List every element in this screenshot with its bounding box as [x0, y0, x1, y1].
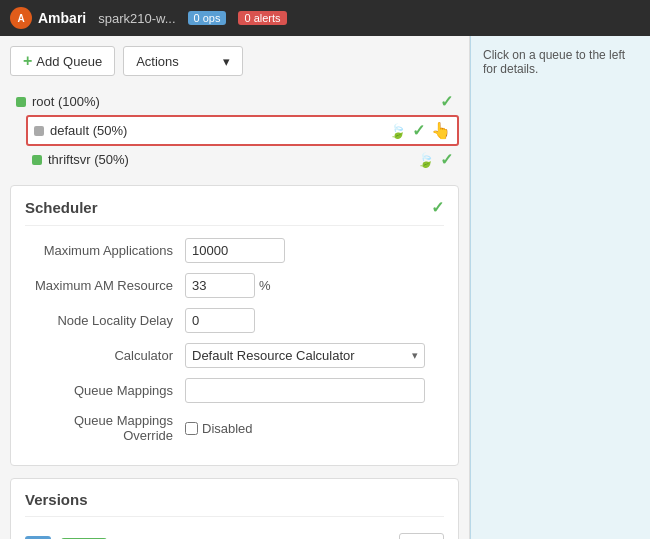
queue-dot-thriftsvr [32, 155, 42, 165]
cursor-icon-default: 👆 [431, 121, 451, 140]
check-icon-root: ✓ [440, 92, 453, 111]
right-panel-text: Click on a queue to the left for details… [483, 48, 625, 76]
queue-item-root[interactable]: root (100%) ✓ [10, 88, 459, 115]
node-locality-delay-label: Node Locality Delay [25, 313, 185, 328]
queue-dot-default [34, 126, 44, 136]
queue-mappings-label: Queue Mappings [25, 383, 185, 398]
queue-name-thriftsvr: thriftsvr (50%) [48, 152, 411, 167]
queue-mappings-override-label: Queue Mappings Override [25, 413, 185, 443]
scheduler-check-icon: ✓ [431, 198, 444, 217]
versions-section: Versions v2 Current TOPOLOGY_RESOLVED lo… [10, 478, 459, 539]
max-applications-row: Maximum Applications [25, 238, 444, 263]
calculator-select[interactable]: Default Resource Calculator Dominant Res… [186, 344, 406, 367]
queue-icons-root: ✓ [440, 92, 453, 111]
node-locality-delay-input[interactable] [185, 308, 255, 333]
queue-mappings-row: Queue Mappings [25, 378, 444, 403]
app-logo: A Ambari [10, 7, 86, 29]
queue-name-root: root (100%) [32, 94, 434, 109]
calculator-label: Calculator [25, 348, 185, 363]
scheduler-header: Scheduler ✓ [25, 198, 444, 226]
add-queue-button[interactable]: + Add Queue [10, 46, 115, 76]
queue-mappings-input[interactable] [185, 378, 425, 403]
version-row-v2: v2 Current TOPOLOGY_RESOLVED load [25, 527, 444, 539]
main-layout: + Add Queue Actions ▾ root (100%) ✓ defa… [0, 36, 650, 539]
toolbar: + Add Queue Actions ▾ [10, 46, 459, 76]
node-locality-delay-row: Node Locality Delay [25, 308, 444, 333]
percent-suffix: % [259, 278, 271, 293]
right-info-panel: Click on a queue to the left for details… [470, 36, 650, 539]
leaf-icon-default: 🍃 [389, 123, 406, 139]
check-icon-default: ✓ [412, 121, 425, 140]
queue-mappings-override-text: Disabled [202, 421, 253, 436]
versions-title: Versions [25, 491, 444, 517]
max-am-resource-label: Maximum AM Resource [25, 278, 185, 293]
queue-icons-default: 🍃 ✓ [389, 121, 425, 140]
queue-item-default[interactable]: default (50%) 🍃 ✓ 👆 [26, 115, 459, 146]
actions-button[interactable]: Actions ▾ [123, 46, 243, 76]
alerts-badge: 0 alerts [238, 11, 286, 25]
check-icon-thriftsvr: ✓ [440, 150, 453, 169]
load-button-v2[interactable]: load [399, 533, 444, 539]
calculator-select-wrap[interactable]: Default Resource Calculator Dominant Res… [185, 343, 425, 368]
queue-mappings-override-row: Queue Mappings Override Disabled [25, 413, 444, 443]
queue-mappings-override-checkbox[interactable] [185, 422, 198, 435]
logo-icon: A [10, 7, 32, 29]
max-applications-label: Maximum Applications [25, 243, 185, 258]
queue-dot-root [16, 97, 26, 107]
scheduler-title: Scheduler [25, 199, 98, 216]
plus-icon: + [23, 52, 32, 70]
max-applications-input[interactable] [185, 238, 285, 263]
cluster-name: spark210-w... [98, 11, 175, 26]
calculator-row: Calculator Default Resource Calculator D… [25, 343, 444, 368]
max-am-resource-input[interactable] [185, 273, 255, 298]
left-panel: + Add Queue Actions ▾ root (100%) ✓ defa… [0, 36, 470, 539]
app-name: Ambari [38, 10, 86, 26]
queue-item-thriftsvr[interactable]: thriftsvr (50%) 🍃 ✓ [26, 146, 459, 173]
queue-name-default: default (50%) [50, 123, 383, 138]
ops-badge: 0 ops [188, 11, 227, 25]
scheduler-section: Scheduler ✓ Maximum Applications Maximum… [10, 185, 459, 466]
queue-icons-thriftsvr: 🍃 ✓ [417, 150, 453, 169]
max-am-resource-row: Maximum AM Resource % [25, 273, 444, 298]
queue-list: root (100%) ✓ default (50%) 🍃 ✓ 👆 thrift… [10, 88, 459, 173]
queue-mappings-override-wrap: Disabled [185, 421, 253, 436]
chevron-down-icon: ▾ [223, 54, 230, 69]
top-navigation: A Ambari spark210-w... 0 ops 0 alerts [0, 0, 650, 36]
chevron-down-icon: ▾ [406, 349, 424, 362]
leaf-icon-thriftsvr: 🍃 [417, 152, 434, 168]
